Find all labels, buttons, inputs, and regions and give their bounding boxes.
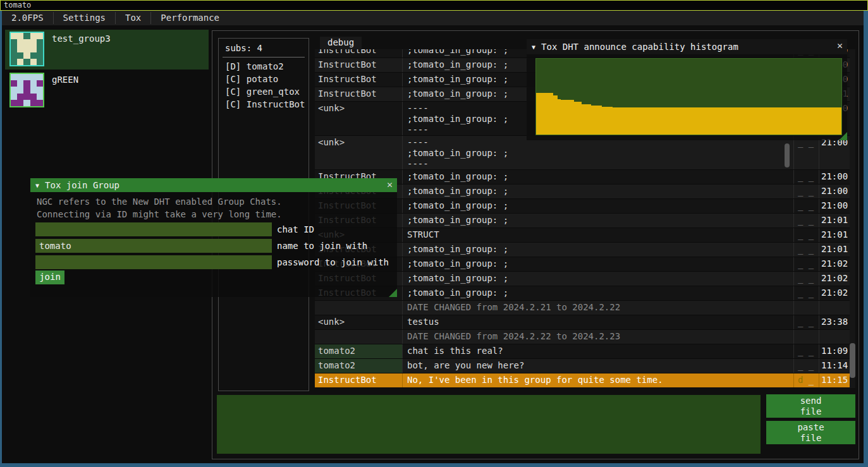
avatar-pixel (37, 87, 43, 93)
dht-histogram-title: Tox DHT announce capability histogram (541, 42, 738, 52)
tab-debug[interactable]: debug (320, 37, 362, 49)
collapse-arrow-icon[interactable]: ▼ (35, 182, 39, 189)
avatar-pixel (23, 80, 30, 87)
message-author-cell: InstructBot (315, 87, 403, 101)
avatar-pixel (23, 100, 30, 106)
message-status-cell: _ _ (794, 185, 819, 198)
message-time-cell (819, 330, 850, 344)
message-time-cell: 21:00 (819, 185, 850, 198)
chat-message-row[interactable]: <unk>testus_ _23:38 (315, 315, 850, 330)
collapse-arrow-icon[interactable]: ▼ (532, 44, 535, 51)
menu-item-tox[interactable]: Tox (116, 11, 150, 25)
subs-member-item[interactable]: [C] green_qtox (219, 85, 309, 98)
subs-member-item[interactable]: [D] tomato2 (219, 60, 309, 73)
status-flag-2: _ (803, 317, 814, 327)
message-status-cell: _ _ (794, 315, 819, 329)
avatar-pixel (30, 80, 37, 87)
message-time-cell (819, 301, 850, 315)
chat-message-row[interactable]: <unk>----;tomato_in_group: ;----_ _21:00 (315, 136, 850, 170)
avatar-pixel (23, 33, 30, 39)
message-text-cell: ;tomato_in_group: ; (403, 199, 794, 213)
chat-message-row[interactable]: tomato2bot, are you new here?_ _11:14 (315, 359, 850, 373)
chat-message-row[interactable]: InstructBotNo, I've been in this group f… (315, 373, 850, 388)
dht-histogram-titlebar[interactable]: ▼ Tox DHT announce capability histogram … (527, 39, 847, 54)
message-text-cell: ;tomato_in_group: ; (403, 257, 794, 271)
message-input[interactable] (217, 395, 761, 454)
message-text-cell: ;tomato_in_group: ; (403, 286, 794, 300)
close-icon[interactable]: ✕ (387, 179, 393, 190)
message-author-cell: tomato2 (315, 344, 403, 358)
message-line: ---- (407, 159, 793, 169)
avatar-pixel (11, 59, 17, 65)
chat-inner-scrollbar-thumb[interactable] (785, 143, 790, 167)
message-time-cell: 21:00 (819, 170, 850, 184)
join-description-line2: Connecting via ID might take a very long… (37, 209, 282, 219)
avatar-pixel (11, 33, 17, 39)
avatar-pixel (17, 74, 23, 80)
message-text-cell: bot, are you new here? (403, 359, 794, 373)
avatar-pixel (30, 52, 37, 59)
message-text-cell: ;tomato_in_group: ; (403, 272, 794, 286)
avatar-pixel (11, 39, 17, 45)
histogram-bar (553, 95, 558, 135)
menu-item-settings[interactable]: Settings (54, 11, 115, 25)
message-status-cell: _ _ (794, 214, 819, 227)
message-time-cell: 11:09 (819, 344, 850, 358)
paste-file-button[interactable]: paste file (766, 421, 855, 444)
menu-item-performance[interactable]: Performance (151, 11, 229, 25)
avatar-pixel (30, 74, 37, 80)
message-time-cell: 21:01 (819, 228, 850, 242)
avatar-pixel (37, 59, 43, 65)
join-password-input[interactable] (35, 255, 272, 269)
menu-item-2-0fps[interactable]: 2.0FPS (2, 11, 53, 25)
window-title: tomato (4, 1, 31, 9)
group-row-test_group3[interactable]: test_group3 (5, 30, 209, 70)
avatar-pixel (37, 52, 43, 59)
avatar-pixel (17, 87, 23, 93)
date-separator-row[interactable]: DATE CHANGED from 2024.2.22 to 2024.2.23 (315, 330, 850, 344)
resize-grip[interactable] (839, 132, 847, 140)
status-flag-2: _ (803, 171, 814, 181)
avatar-pixel (30, 45, 37, 52)
frame-border-left (0, 11, 2, 463)
avatar-pixel (17, 59, 23, 65)
message-author-cell: <unk> (315, 315, 403, 329)
subs-member-item[interactable]: [C] potato (219, 73, 309, 85)
dht-histogram-plot (535, 58, 842, 135)
window-title-bar[interactable]: tomato (0, 0, 868, 11)
message-status-cell: _ _ (794, 199, 819, 213)
chat-id-label: chat ID (277, 222, 314, 236)
app-window: tomato 2.0FPSSettingsToxPerformance test… (0, 0, 868, 467)
group-row-gREEN[interactable]: gREEN (5, 71, 209, 111)
join-name-input[interactable]: tomato (35, 239, 272, 253)
message-time-cell: 21:01 (819, 214, 850, 227)
date-separator-row[interactable]: DATE CHANGED from 2024.2.21 to 2024.2.22 (315, 301, 850, 315)
subs-count-label: subs: 4 (219, 39, 309, 53)
send-file-button[interactable]: send file (766, 394, 855, 418)
subs-separator (223, 57, 305, 58)
message-author-cell: tomato2 (315, 359, 403, 373)
join-description-line1: NGC refers to the New DHT enabled Group … (37, 197, 282, 207)
message-author-cell: InstructBot (315, 73, 403, 87)
histogram-bar (574, 102, 582, 135)
message-text-cell: ;tomato_in_group: ; (403, 170, 794, 184)
message-text-cell: ----;tomato_in_group: ;---- (403, 136, 794, 169)
status-flag-2: _ (803, 215, 814, 225)
resize-grip[interactable] (389, 289, 397, 297)
chat-scrollbar[interactable] (850, 49, 855, 388)
message-time-cell: 21:02 (819, 272, 850, 286)
histogram-bar (613, 107, 841, 135)
message-status-cell: _ _ (794, 344, 819, 358)
avatar-pixel (37, 74, 43, 80)
chat-message-row[interactable]: tomato2chat is this real?_ _11:09 (315, 344, 850, 359)
chat-id-input[interactable] (35, 222, 272, 236)
subs-member-item[interactable]: [C] InstructBot (219, 98, 309, 111)
histogram-bar (602, 107, 613, 135)
join-group-titlebar[interactable]: ▼ Tox join Group ✕ (30, 178, 397, 192)
status-flag-2: _ (803, 346, 814, 356)
close-icon[interactable]: ✕ (837, 40, 843, 51)
message-text-cell: DATE CHANGED from 2024.2.21 to 2024.2.22 (403, 301, 794, 315)
chat-scrollbar-thumb[interactable] (850, 343, 855, 378)
message-status-cell: _ _ (794, 286, 819, 300)
join-button[interactable]: join (35, 270, 64, 284)
